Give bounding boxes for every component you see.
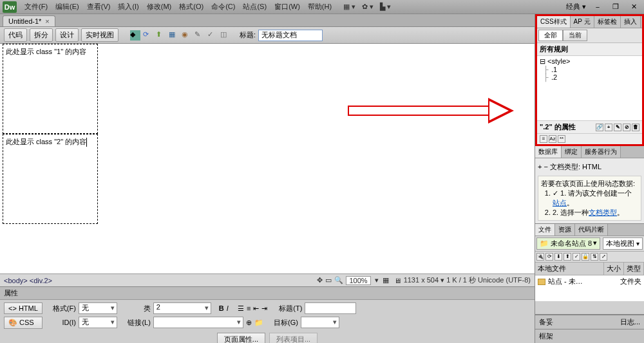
tag-selector[interactable]: <body> <div.2> xyxy=(4,277,52,284)
tab-assets[interactable]: 资源 xyxy=(555,224,575,236)
css-subtab-all[interactable]: 全部 xyxy=(538,30,563,41)
design-view[interactable]: 此处显示 class "1" 的内容 此处显示 class "2" 的内容 xyxy=(0,44,535,273)
view-code-button[interactable]: 代码 xyxy=(4,28,27,42)
div-class-2[interactable]: 此处显示 class "2" 的内容 xyxy=(3,134,98,224)
disable-rule-icon[interactable]: ⊘ xyxy=(623,124,630,131)
css-rule-2[interactable]: .2 xyxy=(540,73,639,81)
tab-insert[interactable]: 插入 xyxy=(621,16,641,28)
tool-icon-4[interactable]: ▦ xyxy=(169,30,179,41)
preview-icon[interactable]: ▦ xyxy=(383,276,389,284)
zoom-level[interactable]: 100% xyxy=(346,276,370,285)
document-tab-close[interactable]: × xyxy=(45,17,49,25)
hand-tool-icon[interactable]: ✥ xyxy=(317,276,323,284)
db-hint-site-link[interactable]: 站点 xyxy=(553,199,567,207)
css-tree-style-root[interactable]: <style> xyxy=(540,57,639,66)
tab-ap-elements[interactable]: AP 元 xyxy=(571,16,594,28)
tool-icon-5[interactable]: ◉ xyxy=(182,30,192,41)
kuangjia-panel-header[interactable]: 框架 xyxy=(535,329,644,343)
link-point-icon[interactable]: ⊕ xyxy=(246,319,252,327)
css-rule-1[interactable]: .1 xyxy=(540,66,639,73)
list-ul-icon[interactable]: ☰ xyxy=(238,304,244,313)
files-list[interactable]: 站点 - 未… 文件夹 xyxy=(535,275,644,301)
window-minimize[interactable]: − xyxy=(591,3,604,11)
tab-tag-inspector[interactable]: 标签检 xyxy=(594,16,621,28)
settings-icon[interactable]: ✿ ▾ xyxy=(362,3,374,11)
tool-icon-6[interactable]: ✎ xyxy=(194,30,205,41)
files-expand-icon[interactable]: ⤢ xyxy=(600,253,607,261)
tab-database[interactable]: 数据库 xyxy=(535,146,562,158)
files-put-icon[interactable]: ⬆ xyxy=(564,253,571,261)
link-select[interactable] xyxy=(153,317,243,328)
link-browse-icon[interactable]: 📁 xyxy=(254,319,263,327)
indent-icon[interactable]: ⇥ xyxy=(261,304,267,313)
tool-icon-2[interactable]: ⟳ xyxy=(143,30,153,41)
window-close[interactable]: ✕ xyxy=(627,3,640,11)
files-sync-icon[interactable]: ⇅ xyxy=(591,253,598,261)
select-tool-icon[interactable]: ▭ xyxy=(325,276,332,284)
files-row-site[interactable]: 站点 - 未… 文件夹 xyxy=(538,277,641,286)
tab-files[interactable]: 文件 xyxy=(535,224,555,236)
document-tab[interactable]: Untitled-1* × xyxy=(3,15,55,26)
tool-icon-8[interactable]: ◫ xyxy=(220,30,231,41)
delete-rule-icon[interactable]: 🗑 xyxy=(632,124,639,131)
monitor-icon[interactable]: 🖥 xyxy=(394,277,401,284)
files-checkout-icon[interactable]: ✓ xyxy=(573,253,580,261)
props-css-tab[interactable]: 🎨 CSS xyxy=(4,317,43,329)
menu-command[interactable]: 命令(C) xyxy=(207,2,239,12)
tab-snippets[interactable]: 代码片断 xyxy=(575,224,608,236)
show-category-icon[interactable]: ≡ xyxy=(540,135,547,143)
files-col-size[interactable]: 大小 xyxy=(604,263,624,275)
show-set-icon[interactable]: ** xyxy=(558,135,565,143)
tool-icon-7[interactable]: ✓ xyxy=(207,30,218,41)
tab-server-behaviors[interactable]: 服务器行为 xyxy=(582,146,621,158)
props-title-input[interactable] xyxy=(305,302,356,314)
menu-format[interactable]: 格式(O) xyxy=(175,2,207,12)
files-col-type[interactable]: 类型 xyxy=(624,263,644,275)
menu-help[interactable]: 帮助(H) xyxy=(304,2,336,12)
workspace-switcher[interactable]: 经典 ▾ xyxy=(566,2,586,12)
class-select[interactable]: 2 xyxy=(153,302,211,314)
edit-rule-icon[interactable]: ✎ xyxy=(614,124,621,131)
css-subtab-current[interactable]: 当前 xyxy=(563,30,587,41)
format-select[interactable]: 无 xyxy=(79,302,117,314)
tool-icon-1[interactable]: ◆ xyxy=(130,30,140,41)
menu-view[interactable]: 查看(V) xyxy=(83,2,115,12)
files-refresh-icon[interactable]: ⟳ xyxy=(545,253,553,261)
view-design-button[interactable]: 设计 xyxy=(55,28,79,42)
outdent-icon[interactable]: ⇤ xyxy=(253,304,259,313)
menu-window[interactable]: 窗口(W) xyxy=(270,2,304,12)
view-live-button[interactable]: 实时视图 xyxy=(81,28,118,42)
window-maximize[interactable]: ❐ xyxy=(609,3,622,11)
page-properties-button[interactable]: 页面属性... xyxy=(217,333,265,343)
div-class-1[interactable]: 此处显示 class "1" 的内容 xyxy=(3,44,98,134)
files-get-icon[interactable]: ⬇ xyxy=(554,253,562,261)
menu-file[interactable]: 文件(F) xyxy=(21,2,52,12)
beibei-panel-header[interactable]: 备妥日志... xyxy=(535,315,644,329)
view-split-button[interactable]: 拆分 xyxy=(30,28,53,42)
menu-modify[interactable]: 修改(M) xyxy=(143,2,176,12)
list-ol-icon[interactable]: ≡ xyxy=(247,304,251,312)
props-html-tab[interactable]: <> HTML xyxy=(4,302,43,314)
tab-bindings[interactable]: 绑定 xyxy=(562,146,582,158)
files-col-name[interactable]: 本地文件 xyxy=(535,263,604,275)
files-view-select[interactable]: 本地视图 ▾ xyxy=(603,237,643,250)
title-input[interactable] xyxy=(258,30,323,41)
db-hint-doctype-link[interactable]: 文档类型 xyxy=(589,209,617,216)
layout-icon[interactable]: ▦ ▾ xyxy=(343,3,355,11)
menu-edit[interactable]: 编辑(E) xyxy=(52,2,83,12)
menu-site[interactable]: 站点(S) xyxy=(239,2,270,12)
extension-icon[interactable]: ▙ ▾ xyxy=(380,3,391,11)
menu-insert[interactable]: 插入(I) xyxy=(114,2,142,12)
zoom-tool-icon[interactable]: 🔍 xyxy=(334,276,343,284)
files-checkin-icon[interactable]: 🔒 xyxy=(582,253,589,261)
new-rule-icon[interactable]: + xyxy=(605,124,612,131)
id-select[interactable]: 无 xyxy=(79,317,117,328)
show-list-icon[interactable]: Az xyxy=(549,135,556,143)
tool-icon-3[interactable]: ⬆ xyxy=(156,30,166,41)
files-site-select[interactable]: 📁 未命名站点 8▾ xyxy=(536,237,600,250)
tab-css-styles[interactable]: CSS样式 xyxy=(537,16,571,28)
attach-style-icon[interactable]: 🔗 xyxy=(596,124,603,131)
css-rules-tree[interactable]: <style> .1 .2 xyxy=(537,56,642,120)
files-connect-icon[interactable]: 🔌 xyxy=(536,253,544,261)
target-select[interactable] xyxy=(301,317,339,328)
